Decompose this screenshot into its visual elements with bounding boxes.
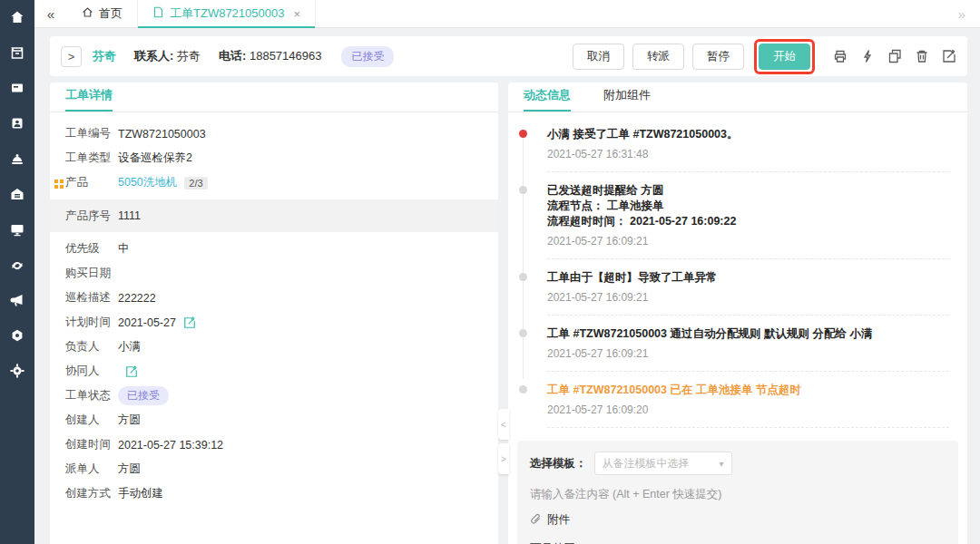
timeline-entry-time: 2021-05-27 16:31:48 <box>547 148 949 160</box>
phone-field: 电话: 18857146963 <box>219 48 322 64</box>
timeline-entry: 已发送超时提醒给 方圆流程节点： 工单池接单流程超时时间： 2021-05-27… <box>508 172 967 259</box>
start-button-wrap: 开始 <box>754 39 815 74</box>
settings-icon[interactable] <box>10 327 25 343</box>
print-icon[interactable] <box>832 49 848 64</box>
expand-tabs-icon[interactable]: » <box>944 0 980 27</box>
timeline-entry-time: 2021-05-27 16:09:20 <box>547 403 949 416</box>
field-value: 中 <box>118 241 130 257</box>
field-value: 设备巡检保养2 <box>118 151 192 166</box>
product-icon[interactable] <box>10 151 25 166</box>
field-label: 购买日期 <box>65 266 118 281</box>
close-icon[interactable]: × <box>293 7 300 21</box>
timeline-entry-text: 工单 #TZW8721050003 通过自动分配规则 默认规则 分配给 小满 <box>547 326 949 342</box>
gear-icon[interactable] <box>10 363 25 378</box>
start-button[interactable]: 开始 <box>759 44 810 70</box>
warehouse-icon[interactable] <box>10 186 25 201</box>
detail-field-row: 负责人小满 <box>50 335 498 359</box>
flash-icon[interactable] <box>859 49 875 64</box>
workorder-status-badge: 已接受 <box>118 386 169 405</box>
field-value-text: 方圆 <box>118 461 141 477</box>
customer-name-link[interactable]: 芬奇 <box>93 48 116 64</box>
attachment-button[interactable]: 附件 <box>530 512 946 528</box>
share-icon[interactable] <box>10 257 25 272</box>
activity-panel: 动态信息 附加组件 小满 接受了工单 #TZW8721050003。2021-0… <box>508 83 967 544</box>
activity-panel-tabs: 动态信息 附加组件 <box>508 83 967 112</box>
field-value-text: 方圆 <box>118 413 141 428</box>
detail-field-row: 计划时间2021-05-27 <box>50 310 498 335</box>
field-value: TZW8721050003 <box>118 128 206 141</box>
field-value-link[interactable]: 5050洗地机2/3 <box>118 175 208 190</box>
timeline-dot <box>519 329 527 337</box>
collapse-tabs-icon[interactable]: « <box>34 0 67 27</box>
activity-timeline: 小满 接受了工单 #TZW8721050003。2021-05-27 16:31… <box>508 112 967 428</box>
timeline-entry: 工单 #TZW8721050003 通过自动分配规则 默认规则 分配给 小满20… <box>508 316 967 372</box>
template-select[interactable]: 从备注模板中选择 ▾ <box>594 452 732 475</box>
detail-field-row: 购买日期 <box>50 261 498 286</box>
field-label: 创建时间 <box>65 437 118 452</box>
announce-icon[interactable] <box>10 292 25 307</box>
contact-field: 联系人: 芬奇 <box>134 48 201 64</box>
transfer-button[interactable]: 转派 <box>632 44 684 70</box>
header-icon-group <box>832 49 956 64</box>
monitor-icon[interactable] <box>10 221 25 237</box>
cancel-button[interactable]: 取消 <box>573 44 624 70</box>
customer-icon[interactable] <box>10 115 25 131</box>
app-sidebar <box>0 0 34 544</box>
detail-panel-tabs: 工单详情 <box>50 83 498 112</box>
detail-field-row: 工单类型设备巡检保养2 <box>50 146 498 170</box>
field-value: 2021-05-27 15:39:12 <box>118 439 223 452</box>
field-value-text: 2021-05-27 15:39:12 <box>118 439 223 452</box>
delete-icon[interactable] <box>914 49 929 64</box>
tab-activity[interactable]: 动态信息 <box>524 87 571 112</box>
tab-workorder[interactable]: 工单TZW8721050003 × <box>137 0 316 27</box>
panel-collapse-left-handle[interactable]: < <box>498 409 509 440</box>
detail-field-row: 巡检描述222222 <box>50 286 498 310</box>
field-value-text: 中 <box>118 241 130 257</box>
field-label: 工单类型 <box>65 151 118 166</box>
field-label: 优先级 <box>65 241 118 257</box>
field-label: 创建人 <box>65 413 118 428</box>
tab-workorder-detail[interactable]: 工单详情 <box>65 87 113 112</box>
field-value: 1111 <box>118 209 141 222</box>
workorder-detail-panel: 工单详情 工单编号TZW8721050003工单类型设备巡检保养2产品5050洗… <box>50 83 498 544</box>
tab-home[interactable]: 首页 <box>67 0 137 27</box>
panel-collapse-right-handle[interactable]: > <box>498 443 509 474</box>
expand-detail-button[interactable]: > <box>61 46 82 67</box>
detail-field-row: 创建方式手动创建 <box>50 481 498 506</box>
timeline-entry-text: 工单由于【超时】导致了工单异常 <box>547 270 949 286</box>
edit-icon[interactable] <box>941 49 956 64</box>
workorder-icon[interactable] <box>10 80 25 95</box>
field-label: 产品 <box>65 175 118 190</box>
field-value: 2021-05-27 <box>118 316 196 329</box>
attachment-label: 附件 <box>547 512 570 528</box>
tab-addons[interactable]: 附加组件 <box>603 87 651 112</box>
field-value-text: 2021-05-27 <box>118 316 176 329</box>
field-value-text: TZW8721050003 <box>118 128 206 141</box>
field-label: 派单人 <box>65 461 118 477</box>
field-value <box>118 365 138 378</box>
detail-field-row: 派单人方圆 <box>50 457 498 481</box>
copy-icon[interactable] <box>887 49 902 64</box>
tab-workorder-label: 工单TZW8721050003 <box>170 5 284 22</box>
edit-field-icon[interactable] <box>183 316 196 329</box>
document-icon <box>152 6 164 21</box>
detail-field-row: 产品5050洗地机2/3 <box>50 170 498 195</box>
timeline-separator <box>547 427 949 428</box>
detail-field-row: 创建人方圆 <box>50 408 498 432</box>
field-value-text: 5050洗地机 <box>118 175 177 190</box>
field-label: 负责人 <box>65 339 118 355</box>
contact-label: 联系人: <box>134 49 173 63</box>
field-label: 协同人 <box>65 364 118 379</box>
pause-button[interactable]: 暂停 <box>692 44 744 70</box>
note-input[interactable]: 请输入备注内容 (Alt + Enter 快速提交) <box>530 487 946 502</box>
timeline-entry-time: 2021-05-27 16:09:21 <box>547 235 949 248</box>
phone-value: 18857146963 <box>250 49 322 63</box>
timeline-entry: 工单由于【超时】导致了工单异常2021-05-27 16:09:21 <box>508 259 967 316</box>
home-icon[interactable] <box>10 9 25 24</box>
field-label: 计划时间 <box>65 315 118 330</box>
orders-icon[interactable] <box>10 44 25 60</box>
field-label: 创建方式 <box>65 486 118 501</box>
detail-field-row: 创建时间2021-05-27 15:39:12 <box>50 432 498 457</box>
phone-label: 电话: <box>219 49 246 63</box>
edit-field-icon[interactable] <box>125 365 138 378</box>
